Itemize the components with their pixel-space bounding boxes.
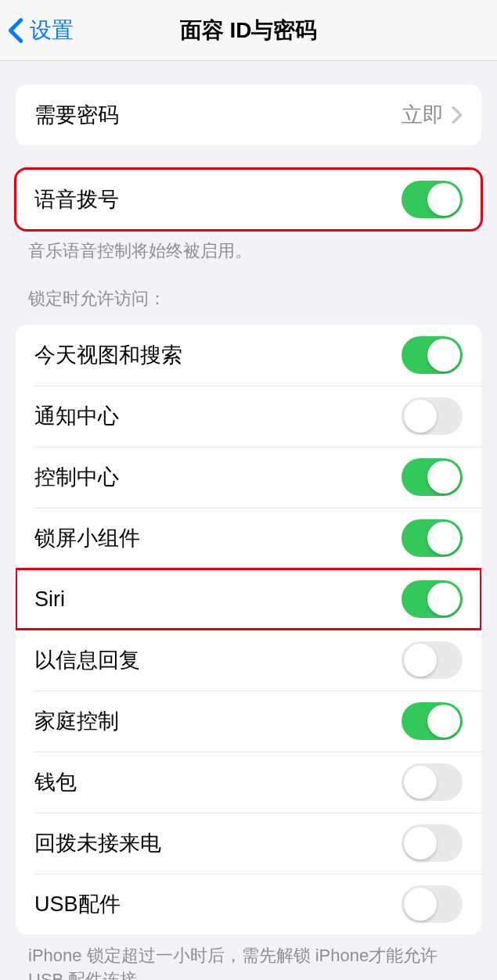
navigation-bar: 设置 面容 ID与密码 [0, 0, 497, 61]
lock-access-item-label: USB配件 [34, 890, 121, 918]
lock-access-item-label: 以信息回复 [34, 646, 140, 674]
back-button[interactable]: 设置 [0, 16, 74, 45]
lock-access-row: 通知中心 [34, 386, 481, 447]
lock-access-row: 今天视图和搜索 [16, 325, 481, 386]
voice-dial-group: 语音拨号 [16, 169, 481, 230]
lock-access-toggle[interactable] [402, 458, 463, 496]
require-passcode-value: 立即 [402, 101, 463, 129]
lock-access-item-label: 锁屏小组件 [34, 524, 140, 552]
lock-access-toggle[interactable] [402, 336, 463, 374]
lock-access-header: 锁定时允许访问： [0, 264, 497, 318]
lock-access-row: 回拨未接来电 [34, 813, 481, 874]
lock-access-item-label: 回拨未接来电 [34, 829, 161, 857]
lock-access-toggle[interactable] [402, 580, 463, 618]
lock-access-row: 锁屏小组件 [34, 508, 481, 569]
lock-access-item-label: 家庭控制 [34, 707, 119, 735]
require-passcode-label: 需要密码 [34, 101, 119, 129]
lock-access-toggle[interactable] [402, 763, 463, 801]
page-title: 面容 ID与密码 [180, 16, 318, 45]
voice-dial-toggle[interactable] [402, 181, 463, 218]
voice-dial-row: 语音拨号 [16, 169, 481, 230]
lock-access-item-label: 钱包 [34, 768, 77, 796]
lock-access-row: 钱包 [34, 752, 481, 813]
lock-access-row: USB配件 [34, 874, 481, 935]
lock-access-group: 今天视图和搜索通知中心控制中心锁屏小组件Siri以信息回复家庭控制钱包回拨未接来… [16, 325, 481, 935]
require-passcode-row[interactable]: 需要密码 立即 [16, 84, 481, 145]
lock-access-toggle[interactable] [402, 885, 463, 923]
require-passcode-group: 需要密码 立即 [16, 84, 481, 145]
chevron-left-icon [8, 17, 23, 44]
voice-dial-label: 语音拨号 [34, 185, 119, 214]
lock-access-item-label: 控制中心 [34, 463, 119, 491]
lock-access-toggle[interactable] [402, 641, 463, 679]
back-label: 设置 [30, 16, 74, 45]
lock-access-row: 控制中心 [34, 447, 481, 508]
lock-access-toggle[interactable] [402, 702, 463, 740]
lock-access-item-label: 通知中心 [34, 402, 119, 430]
lock-access-row: Siri [16, 569, 481, 630]
lock-access-item-label: Siri [34, 587, 65, 612]
lock-access-row: 家庭控制 [34, 691, 481, 752]
lock-access-toggle[interactable] [402, 519, 463, 557]
lock-access-toggle[interactable] [402, 824, 463, 862]
lock-access-toggle[interactable] [402, 397, 463, 435]
lock-access-footer: iPhone 锁定超过一小时后，需先解锁 iPhone才能允许 USB 配件连接… [0, 935, 497, 980]
voice-dial-footer: 音乐语音控制将始终被启用。 [0, 230, 497, 264]
lock-access-item-label: 今天视图和搜索 [34, 341, 182, 369]
lock-access-row: 以信息回复 [34, 630, 481, 691]
chevron-right-icon [452, 106, 463, 124]
